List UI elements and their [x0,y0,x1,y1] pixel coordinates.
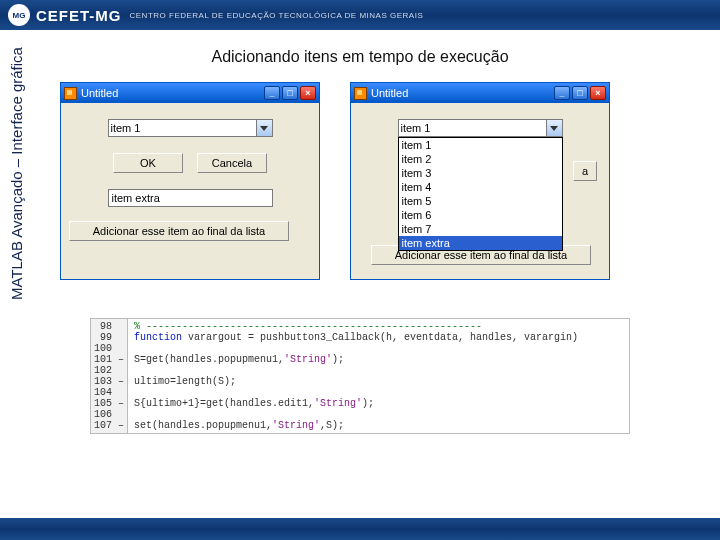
content-area: Untitled _ □ × item 1 OK Cancela Adicion… [60,82,700,434]
slide-header: MG CEFET-MG CENTRO FEDERAL DE EDUCAÇÃO T… [0,0,720,30]
matlab-code-snippet: 98 99 100 101 – 102 103 – 104 105 – 106 … [90,318,630,434]
dropdown-option[interactable]: item 5 [399,194,562,208]
institution-name: CEFET-MG [36,7,122,24]
chevron-down-icon[interactable] [546,120,562,136]
close-button[interactable]: × [590,86,606,100]
matlab-app-icon [64,87,77,100]
dropdown-selected-value: item 1 [111,122,141,134]
maximize-button[interactable]: □ [282,86,298,100]
dropdown-option-selected[interactable]: item extra [399,236,562,250]
extra-item-input[interactable] [108,189,273,207]
maximize-button[interactable]: □ [572,86,588,100]
titlebar[interactable]: Untitled _ □ × [351,83,609,103]
course-vertical-label: MATLAB Avançado – Interface gráfica [8,47,25,300]
cancel-button[interactable]: Cancela [197,153,267,173]
window-title: Untitled [371,87,408,99]
minimize-button[interactable]: _ [264,86,280,100]
matlab-app-icon [354,87,367,100]
window-title: Untitled [81,87,118,99]
slide-footer [0,518,720,540]
dropdown-list[interactable]: item 1 item 2 item 3 item 4 item 5 item … [398,137,563,251]
dropdown-option[interactable]: item 1 [399,138,562,152]
chevron-down-icon[interactable] [256,120,272,136]
dropdown-selected-value: item 1 [401,122,431,134]
dropdown-option[interactable]: item 6 [399,208,562,222]
example-window-left: Untitled _ □ × item 1 OK Cancela Adicion… [60,82,320,280]
item-dropdown-open[interactable]: item 1 item 1 item 2 item 3 item 4 item … [398,119,563,137]
institution-subtitle: CENTRO FEDERAL DE EDUCAÇÃO TECNOLÓGICA D… [130,11,424,20]
add-item-button[interactable]: Adicionar esse item ao final da lista [69,221,289,241]
cancel-button-obscured[interactable]: a [573,161,597,181]
line-number-gutter: 98 99 100 101 – 102 103 – 104 105 – 106 … [91,319,128,433]
dropdown-option[interactable]: item 3 [399,166,562,180]
code-lines: % --------------------------------------… [128,319,584,433]
example-window-right: Untitled _ □ × item 1 item 1 item 2 item… [350,82,610,280]
titlebar[interactable]: Untitled _ □ × [61,83,319,103]
dropdown-option[interactable]: item 2 [399,152,562,166]
close-button[interactable]: × [300,86,316,100]
item-dropdown[interactable]: item 1 [108,119,273,137]
dropdown-option[interactable]: item 4 [399,180,562,194]
ok-button[interactable]: OK [113,153,183,173]
minimize-button[interactable]: _ [554,86,570,100]
institution-logo-icon: MG [8,4,30,26]
dropdown-option[interactable]: item 7 [399,222,562,236]
page-title: Adicionando itens em tempo de execução [0,48,720,66]
